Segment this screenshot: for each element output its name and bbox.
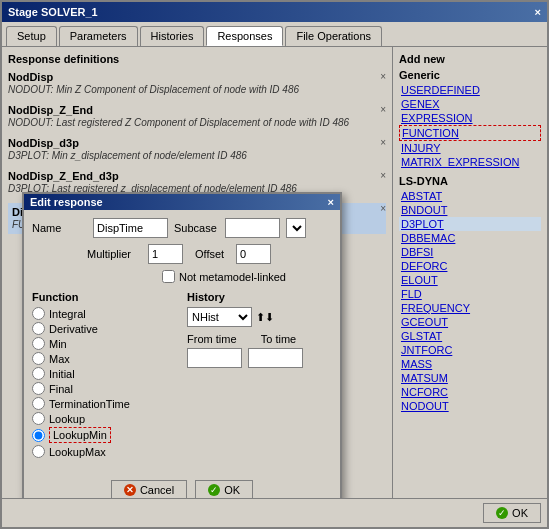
- not-metamodel-row: Not metamodel-linked: [162, 270, 332, 283]
- right-item-expression[interactable]: EXPRESSION: [399, 111, 541, 125]
- main-ok-label: OK: [512, 507, 528, 519]
- tab-parameters[interactable]: Parameters: [59, 26, 138, 46]
- radio-lookup-input[interactable]: [32, 412, 45, 425]
- name-input[interactable]: [93, 218, 168, 238]
- right-item-function[interactable]: FUNCTION: [399, 125, 541, 141]
- modal-title-bar: Edit response ×: [24, 194, 340, 210]
- noddisp-z-end-title: NodDisp_Z_End: [8, 104, 386, 116]
- cancel-icon: ✕: [124, 484, 136, 496]
- multiplier-label: Multiplier: [87, 248, 142, 260]
- not-metamodel-checkbox[interactable]: [162, 270, 175, 283]
- from-time-label: From time To time: [187, 333, 332, 345]
- right-item-bndout[interactable]: BNDOUT: [399, 203, 541, 217]
- right-item-elout[interactable]: ELOUT: [399, 273, 541, 287]
- ok-button[interactable]: ✓ OK: [195, 480, 253, 498]
- radio-integral-label: Integral: [49, 308, 86, 320]
- nhist-select[interactable]: NHist: [187, 307, 252, 327]
- time-inputs-row: [187, 348, 332, 368]
- response-item-noddisp-d3p: × NodDisp_d3p D3PLOT: Min z_displacement…: [8, 137, 386, 162]
- subcase-label: Subcase: [174, 222, 219, 234]
- noddisp-z-end-desc: NODOUT: Last registered Z Component of D…: [8, 116, 386, 129]
- noddisp-z-end-d3p-title: NodDisp_Z_End_d3p: [8, 170, 386, 182]
- radio-lookup-max-input[interactable]: [32, 445, 45, 458]
- radio-termination-time: TerminationTime: [32, 397, 177, 410]
- radio-integral-input[interactable]: [32, 307, 45, 320]
- modal-close-button[interactable]: ×: [328, 196, 334, 208]
- tab-histories[interactable]: Histories: [140, 26, 205, 46]
- ok-label: OK: [224, 484, 240, 496]
- tab-bar: Setup Parameters Histories Responses Fil…: [2, 22, 547, 47]
- from-time-input[interactable]: [187, 348, 242, 368]
- right-item-glstat[interactable]: GLSTAT: [399, 329, 541, 343]
- offset-input[interactable]: [236, 244, 271, 264]
- multiplier-input[interactable]: [148, 244, 183, 264]
- right-item-abstat[interactable]: ABSTAT: [399, 189, 541, 203]
- main-ok-button[interactable]: ✓ OK: [483, 503, 541, 523]
- nhist-arrows[interactable]: ⬆⬇: [256, 311, 274, 324]
- radio-final: Final: [32, 382, 177, 395]
- cancel-button[interactable]: ✕ Cancel: [111, 480, 187, 498]
- radio-max-input[interactable]: [32, 352, 45, 365]
- right-item-userdefined[interactable]: USERDEFINED: [399, 83, 541, 97]
- radio-min-input[interactable]: [32, 337, 45, 350]
- right-item-matsum[interactable]: MATSUM: [399, 371, 541, 385]
- noddisp-d3p-desc: D3PLOT: Min z_displacement of node/eleme…: [8, 149, 386, 162]
- edit-response-dialog: Edit response × Name Subcase ▼: [22, 192, 342, 498]
- right-item-dbbemac[interactable]: DBBEMAC: [399, 231, 541, 245]
- radio-min-label: Min: [49, 338, 67, 350]
- subcase-select[interactable]: ▼: [286, 218, 306, 238]
- radio-final-input[interactable]: [32, 382, 45, 395]
- modal-title: Edit response: [30, 196, 103, 208]
- right-item-jntforc[interactable]: JNTFORC: [399, 343, 541, 357]
- modal-body: Name Subcase ▼ Multiplier Offset: [24, 210, 340, 474]
- close-disptime[interactable]: ×: [380, 203, 386, 214]
- tab-setup[interactable]: Setup: [6, 26, 57, 46]
- function-column: Function Integral Derivative: [32, 291, 177, 460]
- response-item-noddisp-z-end: × NodDisp_Z_End NODOUT: Last registered …: [8, 104, 386, 129]
- close-noddisp-d3p[interactable]: ×: [380, 137, 386, 148]
- multiplier-offset-row: Multiplier Offset: [87, 244, 332, 264]
- ok-icon: ✓: [208, 484, 220, 496]
- subcase-input[interactable]: [225, 218, 280, 238]
- radio-integral: Integral: [32, 307, 177, 320]
- radio-derivative-label: Derivative: [49, 323, 98, 335]
- bottom-bar: ✓ OK: [2, 498, 547, 527]
- close-noddisp-z-end[interactable]: ×: [380, 104, 386, 115]
- response-definitions-label: Response definitions: [8, 53, 386, 65]
- tab-file-operations[interactable]: File Operations: [285, 26, 382, 46]
- radio-lookup-max: LookupMax: [32, 445, 177, 458]
- right-item-genex[interactable]: GENEX: [399, 97, 541, 111]
- tab-responses[interactable]: Responses: [206, 26, 283, 46]
- radio-min: Min: [32, 337, 177, 350]
- close-noddisp[interactable]: ×: [380, 71, 386, 82]
- radio-lookup-min-input[interactable]: [32, 429, 45, 442]
- right-item-nodout[interactable]: NODOUT: [399, 399, 541, 413]
- generic-label: Generic: [399, 69, 541, 81]
- name-subcase-row: Name Subcase ▼: [32, 218, 332, 238]
- window-title: Stage SOLVER_1: [8, 6, 98, 18]
- right-item-deforc[interactable]: DEFORC: [399, 259, 541, 273]
- radio-lookup-min: LookupMin: [32, 427, 177, 443]
- right-item-d3plot[interactable]: D3PLOT: [399, 217, 541, 231]
- right-item-dbfsi[interactable]: DBFSI: [399, 245, 541, 259]
- right-item-ncforc[interactable]: NCFORC: [399, 385, 541, 399]
- right-item-fld[interactable]: FLD: [399, 287, 541, 301]
- right-item-gceout[interactable]: GCEOUT: [399, 315, 541, 329]
- radio-max: Max: [32, 352, 177, 365]
- close-noddisp-z-end-d3p[interactable]: ×: [380, 170, 386, 181]
- response-item-noddisp: × NodDisp NODOUT: Min Z Component of Dis…: [8, 71, 386, 96]
- right-item-injury[interactable]: INJURY: [399, 141, 541, 155]
- function-history-columns: Function Integral Derivative: [32, 291, 332, 460]
- radio-initial-input[interactable]: [32, 367, 45, 380]
- right-item-frequency[interactable]: FREQUENCY: [399, 301, 541, 315]
- name-label: Name: [32, 222, 87, 234]
- radio-termination-time-input[interactable]: [32, 397, 45, 410]
- left-panel: Response definitions × NodDisp NODOUT: M…: [2, 47, 392, 498]
- radio-derivative: Derivative: [32, 322, 177, 335]
- content-area: Response definitions × NodDisp NODOUT: M…: [2, 47, 547, 498]
- right-item-matrix-expression[interactable]: MATRIX_EXPRESSION: [399, 155, 541, 169]
- to-time-input[interactable]: [248, 348, 303, 368]
- right-item-mass[interactable]: MASS: [399, 357, 541, 371]
- radio-derivative-input[interactable]: [32, 322, 45, 335]
- window-close-button[interactable]: ×: [535, 6, 541, 18]
